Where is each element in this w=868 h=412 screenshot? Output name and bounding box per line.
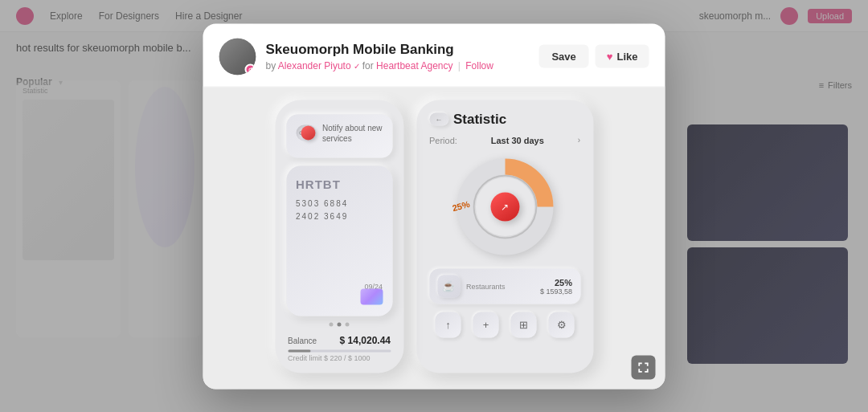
card-number-line1: 5303 6884 [296, 198, 348, 207]
layers-action-button[interactable]: ⊞ [511, 312, 537, 337]
plus-icon: + [483, 319, 489, 331]
add-action-button[interactable]: + [473, 312, 499, 337]
for-label: for [362, 59, 374, 71]
expand-icon [638, 361, 649, 373]
card-dots [286, 322, 392, 326]
dot-3 [346, 322, 350, 326]
upload-action-button[interactable]: ↑ [436, 312, 461, 337]
upload-icon: ↑ [445, 319, 451, 331]
donut-chart: ↗ 25% [429, 154, 580, 259]
balance-bar [288, 349, 391, 352]
stat-card: ← Statistic Period: Last 30 days › [416, 100, 593, 373]
stat-text: Restaurants [466, 282, 540, 290]
toggle-thumb [301, 125, 315, 140]
credit-limit: Credit limit $ 220 / $ 1000 [288, 353, 391, 361]
dribbble-badge [245, 63, 256, 75]
shot-subtitle: by Alexander Piyuto ✓ for Heartbeat Agen… [266, 59, 530, 71]
like-label: Like [616, 51, 637, 63]
stat-amount: $ 1593,58 [540, 287, 572, 295]
save-button[interactable]: Save [538, 45, 588, 68]
modal-body: OFF Notify about new services HRTBT 5303… [203, 87, 665, 389]
by-label: by [266, 59, 278, 71]
notify-row: OFF Notify about new services [286, 114, 392, 157]
modal-header: Skeuomorph Mobile Banking by Alexander P… [203, 23, 665, 87]
bank-card: HRTBT 5303 6884 2402 3649 09/24 [286, 165, 392, 316]
category-icon: ☕ [437, 275, 460, 297]
shot-title: Skeuomorph Mobile Banking [266, 42, 530, 58]
settings-action-button[interactable]: ⚙ [549, 312, 575, 337]
donut-center-button[interactable]: ↗ [490, 192, 519, 221]
stat-period-label: Period: [429, 135, 457, 145]
follow-link[interactable]: Follow [465, 59, 493, 71]
card-number-line2: 2402 3649 [296, 211, 348, 220]
balance-section: Balance $ 14,020.44 Credit limit $ 220 /… [286, 334, 392, 361]
stat-title: Statistic [453, 111, 580, 127]
dot-2 [338, 322, 342, 326]
credit-limit-label: Credit limit [288, 353, 322, 361]
balance-label: Balance [288, 336, 317, 345]
back-button[interactable]: ← [429, 112, 448, 125]
layers-icon: ⊞ [519, 319, 528, 331]
balance-bar-fill [288, 349, 310, 352]
notify-text: Notify about new services [322, 122, 383, 143]
heart-icon: ♥ [607, 51, 613, 63]
stat-percentage: 25% [540, 277, 572, 287]
stat-period-arrow-icon[interactable]: › [578, 136, 580, 145]
phone-mockup: OFF Notify about new services HRTBT 5303… [275, 100, 403, 373]
modal-title-area: Skeuomorph Mobile Banking by Alexander P… [266, 42, 530, 71]
stat-period-row: Period: Last 30 days › [429, 135, 580, 145]
verified-icon: ✓ [354, 61, 362, 70]
back-arrow-icon: ← [436, 115, 443, 123]
gear-icon: ⚙ [557, 319, 567, 331]
author-avatar [219, 38, 256, 75]
dot-1 [330, 322, 334, 326]
toggle-switch[interactable]: OFF [296, 124, 316, 141]
card-chip [360, 288, 383, 304]
author-link[interactable]: Alexander Piyuto [278, 59, 351, 71]
toggle-row: OFF Notify about new services [296, 122, 383, 143]
stat-period-value: Last 30 days [491, 135, 544, 145]
card-number: 5303 6884 2402 3649 [296, 197, 383, 222]
stat-values: 25% $ 1593,58 [540, 277, 572, 295]
stat-header: ← Statistic [429, 111, 580, 127]
agency-link[interactable]: Heartbeat Agency [376, 59, 452, 71]
like-button[interactable]: ♥ Like [596, 45, 649, 68]
expand-button[interactable] [632, 355, 656, 379]
balance-amount: $ 14,020.44 [340, 334, 391, 345]
stat-actions: ↑ + ⊞ ⚙ [429, 312, 580, 337]
card-brand: HRTBT [296, 177, 383, 190]
arrow-up-right-icon: ↗ [501, 201, 509, 212]
separator: | [458, 59, 463, 71]
modal: Skeuomorph Mobile Banking by Alexander P… [203, 23, 665, 389]
stat-detail-row: ☕ Restaurants 25% $ 1593,58 [429, 268, 580, 304]
stat-category: Restaurants [466, 282, 540, 290]
modal-actions: Save ♥ Like [538, 45, 649, 68]
credit-limit-value: $ 220 / $ 1000 [324, 353, 371, 361]
